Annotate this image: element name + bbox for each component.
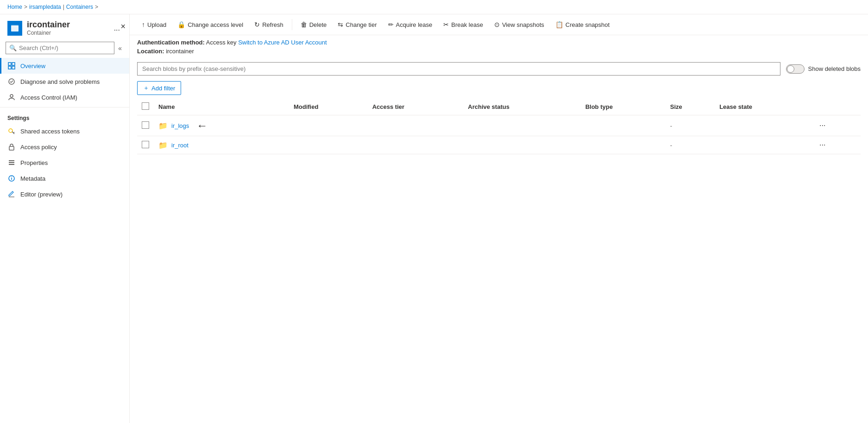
table-body: 📁 ir_logs ← - ··· 📁 ir_root -: [137, 115, 861, 154]
row-link-0[interactable]: ir_logs: [171, 122, 189, 129]
sidebar-item-diagnose[interactable]: Diagnose and solve problems: [0, 74, 129, 89]
change-access-level-button[interactable]: 🔒 Change access level: [173, 18, 248, 31]
container-icon: [7, 21, 22, 36]
row-size-1: -: [666, 136, 715, 154]
blob-type-column-header: Blob type: [581, 99, 666, 115]
sidebar-item-sat-label: Shared access tokens: [20, 128, 80, 135]
toolbar-divider-1: [292, 19, 292, 30]
main-content: ↑ Upload 🔒 Change access level ↻ Refresh…: [130, 14, 868, 423]
blob-table: Name Modified Access tier Archive status…: [130, 99, 868, 423]
svg-rect-9: [9, 146, 14, 150]
close-button[interactable]: ×: [120, 22, 126, 32]
svg-rect-10: [9, 160, 14, 161]
row-access-tier-1: [368, 136, 464, 154]
sidebar: ircontainer Container ... × 🔍 «: [0, 14, 130, 423]
lock-icon: [7, 143, 16, 151]
toolbar: ↑ Upload 🔒 Change access level ↻ Refresh…: [130, 14, 868, 35]
svg-rect-4: [8, 66, 11, 69]
row-more-button-1[interactable]: ···: [817, 140, 828, 150]
name-column-header: Name: [154, 99, 289, 115]
change-tier-button[interactable]: ⇆ Change tier: [333, 18, 381, 31]
sidebar-item-diagnose-label: Diagnose and solve problems: [20, 78, 100, 85]
row-more-button-0[interactable]: ···: [817, 120, 828, 131]
sidebar-item-access-policy[interactable]: Access policy: [0, 139, 129, 155]
create-snapshot-icon: 📋: [555, 21, 563, 28]
breadcrumb-storage[interactable]: irsampledata: [29, 4, 61, 10]
sidebar-item-properties-label: Properties: [20, 159, 48, 166]
row-lease-state-1: [715, 136, 812, 154]
search-input[interactable]: [6, 42, 114, 54]
archive-status-column-header: Archive status: [463, 99, 580, 115]
svg-rect-12: [9, 164, 14, 165]
view-snapshots-button[interactable]: ⊙ View snapshots: [490, 18, 549, 31]
view-snapshots-icon: ⊙: [494, 21, 500, 28]
row-checkbox-0[interactable]: [142, 121, 149, 129]
edit-icon: [7, 190, 16, 198]
nav-divider: [0, 107, 129, 107]
refresh-button[interactable]: ↻ Refresh: [250, 18, 288, 31]
svg-rect-3: [12, 63, 15, 65]
row-link-1[interactable]: ir_root: [171, 142, 189, 149]
svg-rect-11: [9, 162, 14, 163]
blobs-table: Name Modified Access tier Archive status…: [137, 99, 861, 154]
actions-column-header: [812, 99, 861, 115]
auth-method-label: Authentication method:: [137, 39, 205, 46]
create-snapshot-button[interactable]: 📋 Create snapshot: [551, 18, 614, 31]
sidebar-item-overview-label: Overview: [20, 63, 45, 69]
breadcrumb-containers[interactable]: Containers: [66, 4, 93, 10]
add-filter-button[interactable]: ＋ Add filter: [137, 81, 181, 95]
collapse-button[interactable]: «: [116, 43, 124, 54]
lease-state-column-header: Lease state: [715, 99, 812, 115]
row-blob-type-0: [581, 115, 666, 136]
arrow-annotation: ←: [196, 119, 208, 132]
sidebar-subtitle: Container: [27, 30, 107, 36]
upload-icon: ↑: [142, 21, 145, 28]
row-size-0: -: [666, 115, 715, 136]
sidebar-item-overview[interactable]: Overview: [0, 58, 129, 74]
key-icon: [7, 127, 16, 135]
diagnose-icon: [7, 77, 16, 86]
table-header: Name Modified Access tier Archive status…: [137, 99, 861, 115]
sidebar-item-shared-access-tokens[interactable]: Shared access tokens: [0, 123, 129, 139]
blob-search-input[interactable]: [137, 62, 780, 76]
size-column-header: Size: [666, 99, 715, 115]
show-deleted-toggle[interactable]: [786, 64, 805, 74]
sidebar-title: ircontainer: [27, 20, 107, 30]
svg-rect-5: [12, 66, 15, 69]
access-tier-column-header: Access tier: [368, 99, 464, 115]
table-row: 📁 ir_root - ···: [137, 136, 861, 154]
sidebar-header: ircontainer Container ...: [0, 14, 129, 38]
sidebar-item-metadata-label: Metadata: [20, 175, 45, 182]
delete-button[interactable]: 🗑 Delete: [296, 18, 332, 31]
blob-search-row: Show deleted blobs: [130, 58, 868, 79]
show-deleted-toggle-row: Show deleted blobs: [786, 64, 861, 74]
sidebar-item-metadata[interactable]: Metadata: [0, 170, 129, 186]
break-lease-button[interactable]: ✂ Break lease: [439, 18, 488, 31]
breadcrumb-sep1: >: [24, 4, 27, 10]
sidebar-item-access-control[interactable]: Access Control (IAM): [0, 89, 129, 105]
sidebar-item-editor-preview[interactable]: Editor (preview): [0, 186, 129, 202]
sidebar-item-iam-label: Access Control (IAM): [20, 94, 77, 101]
switch-auth-link[interactable]: Switch to Azure AD User Account: [238, 39, 327, 46]
row-blob-type-1: [581, 136, 666, 154]
select-all-checkbox[interactable]: [142, 102, 149, 110]
breadcrumb-sep2: |: [63, 4, 64, 10]
table-row: 📁 ir_logs ← - ···: [137, 115, 861, 136]
refresh-icon: ↻: [254, 21, 260, 28]
filter-row: ＋ Add filter: [130, 79, 868, 99]
toggle-knob: [787, 65, 794, 73]
svg-rect-2: [8, 63, 11, 65]
select-all-header: [137, 99, 154, 115]
breadcrumb-home[interactable]: Home: [7, 4, 22, 10]
search-box: 🔍 «: [6, 42, 124, 54]
upload-button[interactable]: ↑ Upload: [137, 18, 171, 31]
row-select-cell-0: [137, 115, 154, 136]
row-checkbox-1[interactable]: [142, 141, 149, 148]
acquire-lease-button[interactable]: ✏ Acquire lease: [384, 18, 437, 31]
access-control-icon: [7, 93, 16, 101]
location-value: ircontainer: [166, 48, 194, 55]
acquire-lease-icon: ✏: [388, 21, 394, 28]
search-icon: 🔍: [9, 44, 17, 51]
row-archive-status-0: [463, 115, 580, 136]
sidebar-item-properties[interactable]: Properties: [0, 155, 129, 170]
